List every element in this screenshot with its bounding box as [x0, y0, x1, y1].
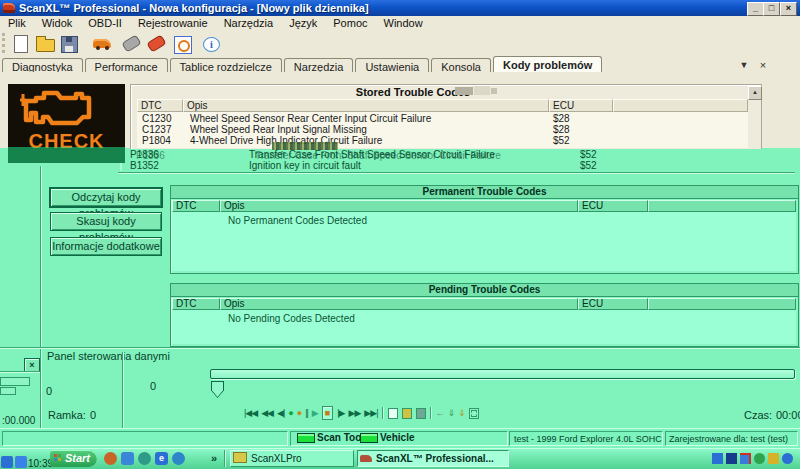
column-header-ecu[interactable]: ECU [578, 298, 648, 310]
menu-bar: PlikWidokOBD-IIRejestrowanieNarzędziaJęz… [0, 16, 800, 30]
select-region-icon[interactable] [171, 33, 193, 54]
playback-control-new-log[interactable] [388, 408, 398, 419]
menu-item[interactable]: Plik [0, 16, 34, 30]
playback-control-skip-start[interactable]: |◀◀ [244, 407, 257, 419]
render-glitch [474, 86, 490, 95]
menu-item[interactable]: Rejestrowanie [130, 16, 216, 30]
column-header-opis[interactable]: Opis [220, 298, 578, 310]
playback-control-select-frame[interactable] [469, 408, 479, 419]
table-row[interactable]: C1237 Wheel Speed Rear Input Signal Miss… [137, 124, 748, 135]
column-header-dtc[interactable]: DTC [172, 298, 220, 310]
start-button[interactable]: Start [50, 450, 97, 467]
playback-control-save-log[interactable] [416, 408, 426, 419]
restore-button[interactable]: □ [763, 2, 780, 16]
plug-red-icon [146, 34, 166, 52]
playback-control-open-log[interactable] [402, 408, 412, 419]
quicklaunch-icon-media-player[interactable] [172, 452, 185, 465]
ecu-cell: $28 [553, 113, 570, 124]
playback-control-play[interactable]: ▶ [312, 407, 318, 419]
tray-icon-tray-display[interactable] [740, 453, 751, 464]
mdi-close-icon[interactable]: × [756, 59, 770, 71]
playback-control-step-back[interactable]: ◀| [277, 407, 284, 419]
folder-icon [233, 452, 247, 463]
playback-control-separator[interactable] [382, 407, 384, 419]
slider-value: 0 [150, 380, 156, 392]
menu-item[interactable]: Pomoc [325, 16, 375, 30]
save-file-icon[interactable] [58, 33, 80, 54]
scroll-up-icon[interactable]: ▲ [748, 86, 762, 100]
menu-item[interactable]: Widok [34, 16, 81, 30]
car-icon [93, 39, 111, 48]
column-header-blank[interactable] [613, 99, 748, 112]
playback-control-record-green[interactable]: ● [288, 407, 292, 419]
column-header-blank[interactable] [648, 298, 796, 310]
system-tray [712, 453, 793, 464]
column-header-ecu[interactable]: ECU [549, 99, 613, 112]
opis-cell: Transfer Case Front Shaft Speed Sensor C… [249, 149, 495, 160]
table-row[interactable]: B1352 Ignition key in circuit fault $52 [120, 160, 797, 171]
tray-icon-tray-updates[interactable] [782, 453, 793, 464]
vehicle-info: test - 1999 Ford Explorer 4.0L SOHC [514, 432, 662, 446]
divider [122, 352, 124, 428]
table-row[interactable]: P1804 4-Wheel Drive High Indicator Circu… [137, 135, 748, 146]
title-bar: ScanXL™ Professional - Nowa konfiguracja… [0, 0, 800, 16]
tray-icon-tray-messenger[interactable] [712, 453, 723, 464]
stored-codes-title: Stored Trouble Codes [138, 86, 688, 97]
column-header-opis[interactable]: Opis [183, 99, 549, 112]
info-icon[interactable]: i [199, 33, 221, 54]
playback-control-download-green[interactable]: ⇓ [448, 407, 455, 419]
mdi-menu-icon[interactable]: ▼ [737, 59, 751, 71]
connect-icon[interactable] [119, 33, 141, 54]
additional-info-button[interactable]: Informacje dodatkowe [50, 237, 162, 256]
chevron-icon[interactable]: » [211, 452, 217, 464]
open-file-icon[interactable] [34, 33, 56, 54]
column-header-dtc[interactable]: DTC [137, 99, 183, 112]
plug-gray-icon [121, 34, 141, 52]
column-header-blank[interactable] [648, 200, 796, 212]
minimize-button[interactable]: _ [747, 2, 764, 16]
read-codes-button[interactable]: Odczytaj kody problemów [50, 188, 162, 207]
playback-control-record-amber[interactable]: ● [297, 407, 301, 419]
menu-item[interactable]: Window [376, 16, 431, 30]
new-file-icon[interactable] [10, 33, 32, 54]
toolbar-drag-handle[interactable] [2, 33, 8, 53]
quicklaunch-icon-internet-explorer[interactable]: e [155, 452, 168, 465]
playback-control-pause[interactable]: || [305, 407, 308, 419]
playback-control-skip-end[interactable]: ▶▶| [364, 407, 377, 419]
playback-control-step-forward[interactable]: |▶ [337, 407, 344, 419]
playback-control-download-yellow[interactable]: ⇓ [458, 407, 465, 419]
column-header-dtc[interactable]: DTC [172, 200, 220, 212]
vehicle-icon[interactable] [91, 33, 113, 54]
check-engine-image: CHECK [8, 84, 125, 163]
clear-codes-button[interactable]: Skasuj kody problemów [50, 212, 162, 231]
menu-item[interactable]: Narzędzia [216, 16, 282, 30]
table-row[interactable]: C1230 Wheel Speed Sensor Rear Center Inp… [137, 113, 748, 124]
info-balloon-icon: i [203, 37, 220, 52]
column-header-ecu[interactable]: ECU [578, 200, 648, 212]
playback-control-rewind[interactable]: ◀◀ [261, 407, 273, 419]
task-button-scanxl[interactable]: ScanXL™ Professional... [357, 450, 509, 467]
tray-icon-tray-volume[interactable] [768, 453, 779, 464]
divider [224, 450, 226, 467]
disconnect-icon[interactable] [144, 33, 166, 54]
playback-control-stop[interactable]: ■ [322, 406, 333, 420]
window-title: ScanXL™ Professional - Nowa konfiguracja… [19, 0, 369, 16]
playback-control-fast-forward[interactable]: ▶▶ [348, 407, 360, 419]
frame-label: Ramka: [48, 409, 86, 421]
quicklaunch-icon-browser-ball[interactable] [104, 452, 117, 465]
menu-item[interactable]: OBD-II [80, 16, 130, 30]
table-row[interactable]: P1836 Transfer Case Front Shaft Speed Se… [120, 149, 797, 160]
tray-icon-tray-network[interactable] [726, 453, 737, 464]
playback-control-undo[interactable]: ← [436, 407, 444, 419]
close-button[interactable]: × [780, 2, 797, 16]
playback-control-separator[interactable] [430, 407, 432, 419]
timeline-slider[interactable] [210, 369, 795, 379]
playback-controls: |◀◀◀◀◀|●●||▶■|▶▶▶▶▶|←⇓⇓ [244, 406, 479, 420]
task-button-scanxlpro[interactable]: ScanXLPro [230, 450, 354, 467]
column-header-opis[interactable]: Opis [220, 200, 578, 212]
quicklaunch-icon-messenger[interactable] [138, 452, 151, 465]
slider-thumb[interactable] [211, 381, 224, 398]
quicklaunch-icon-desktop[interactable] [121, 452, 134, 465]
tray-icon-tray-antivirus[interactable] [754, 453, 765, 464]
menu-item[interactable]: Język [281, 16, 325, 30]
